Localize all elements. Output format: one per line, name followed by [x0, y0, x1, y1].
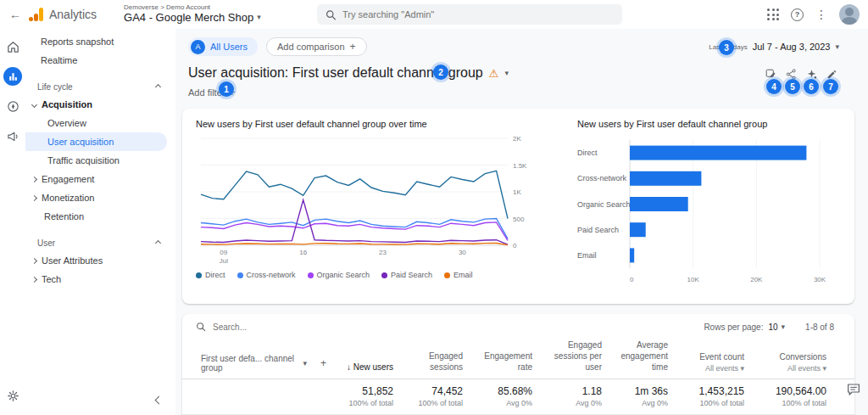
nav-engagement[interactable]: Engagement	[25, 170, 175, 188]
overflow-menu-icon[interactable]: ⋮	[815, 8, 827, 21]
analytics-logo-icon	[29, 7, 44, 22]
table-header-row: First user defa... channel group ▾ + ↓ N…	[182, 339, 854, 379]
app-name: Analytics	[49, 8, 97, 21]
x-tick-label: 23	[379, 249, 387, 256]
totals-value: 190,564.00	[749, 385, 826, 397]
x-tick-label: 30	[459, 249, 466, 256]
audience-icon: A	[191, 40, 205, 54]
date-range-value: Jul 7 - Aug 3, 2023	[753, 42, 831, 52]
nav-user-acquisition[interactable]: User acquisition	[25, 132, 167, 151]
column-header-label: Engagement rate	[468, 351, 532, 373]
data-table-card: Rows per page: 10 ▾ 1-8 of 8 First user …	[182, 314, 854, 415]
column-header-label: Event count	[673, 351, 744, 362]
column-header-event-count[interactable]: Event countAll events ▾	[673, 351, 749, 373]
totals-cell: 1m 36sAvg 0%	[607, 385, 673, 407]
home-icon[interactable]	[3, 37, 22, 56]
warning-icon[interactable]: ⚠	[489, 67, 499, 80]
expand-icon	[31, 257, 37, 263]
help-icon[interactable]: ?	[791, 8, 804, 21]
column-header-conversions[interactable]: ConversionsAll events ▾	[749, 351, 832, 373]
user-avatar[interactable]	[839, 4, 860, 25]
nav-section-life-cycle[interactable]: Life cycle	[25, 78, 175, 95]
search-icon	[326, 9, 336, 20]
y-tick-label: 1.5K	[513, 162, 527, 170]
chevron-down-icon[interactable]: ▾	[504, 69, 509, 77]
x-tick-label: Jul	[220, 257, 228, 265]
annotation-badge-3: 3	[719, 40, 734, 55]
add-secondary-dimension-button[interactable]: +	[320, 357, 326, 369]
column-subfilter[interactable]: All events ▾	[749, 364, 826, 373]
series-line-cross-network	[201, 219, 508, 239]
bar-chart: 010K20K30KDirectCross-networkOrganic Sea…	[577, 132, 832, 290]
nav-monetization[interactable]: Monetization	[25, 188, 175, 207]
chevron-left-icon	[155, 396, 164, 405]
advertising-icon[interactable]	[3, 126, 22, 145]
rows-per-page-select[interactable]: 10 ▾	[768, 322, 785, 332]
line-chart-title: New users by First user default channel …	[196, 119, 552, 132]
y-tick-label: 0	[513, 242, 517, 250]
report-content: A All Users Add comparison + Last 28 day…	[175, 29, 868, 415]
expand-icon	[31, 176, 37, 182]
bar-category-label: Direct	[577, 149, 598, 157]
charts-card: New users by First user default channel …	[182, 109, 854, 304]
expand-icon	[31, 276, 37, 282]
reports-icon[interactable]	[3, 67, 22, 86]
legend-item-paid-search: Paid Search	[381, 271, 432, 279]
totals-cell: 190,564.00100% of total	[749, 385, 832, 407]
nav-section-user[interactable]: User	[25, 234, 175, 251]
nav-tech[interactable]: Tech	[25, 270, 175, 289]
nav-acquisition[interactable]: Acquisition	[25, 95, 175, 114]
chevron-down-icon: ▾	[257, 14, 261, 22]
bar-category-label: Email	[577, 251, 597, 260]
apps-grid-icon[interactable]	[767, 8, 779, 20]
back-button[interactable]: ←	[5, 4, 25, 25]
column-header-engaged-sessions-per-user[interactable]: Engaged sessions per user	[537, 339, 607, 373]
legend-dot	[237, 272, 243, 278]
annotation-badge-1: 1	[219, 81, 234, 97]
bar-cross-network	[630, 171, 701, 186]
column-header-label: ↓ New users	[326, 362, 393, 373]
rows-per-page-label: Rows per page:	[704, 322, 763, 332]
nav-collapse-button[interactable]	[156, 395, 162, 405]
chevron-down-icon: ▾	[835, 42, 839, 51]
table-search-input[interactable]	[213, 322, 365, 332]
table-totals-row: 51,852100% of total74,452100% of total85…	[182, 379, 854, 415]
legend-item-email: Email	[444, 271, 473, 279]
nav-overview[interactable]: Overview	[25, 114, 175, 132]
global-search-input[interactable]	[342, 9, 614, 20]
nav-retention[interactable]: Retention	[25, 207, 175, 226]
x-tick-label: 09	[220, 249, 227, 256]
add-comparison-button[interactable]: Add comparison +	[266, 37, 367, 56]
nav-realtime[interactable]: Realtime	[25, 51, 175, 70]
feedback-button[interactable]	[846, 382, 861, 400]
app-rail	[0, 29, 25, 415]
expanded-icon	[31, 101, 37, 107]
dimension-column-header[interactable]: First user defa... channel group ▾ +	[182, 354, 326, 373]
app-root: ← Analytics Demoverse > Demo Account GA4…	[0, 0, 868, 415]
series-line-organic-search	[201, 222, 508, 240]
column-header-engagement-rate[interactable]: Engagement rate	[468, 351, 537, 373]
nav-traffic-acquisition[interactable]: Traffic acquisition	[25, 151, 175, 170]
column-header-engaged-sessions[interactable]: Engaged sessions	[398, 351, 468, 373]
totals-subtext: 100% of total	[673, 399, 744, 407]
column-subfilter[interactable]: All events ▾	[673, 364, 744, 373]
column-header-average-engagement-time[interactable]: Average engagement time	[607, 339, 673, 373]
annotation-badge-6: 6	[804, 79, 819, 94]
totals-value: 51,852	[326, 385, 393, 397]
column-header-label: Engaged sessions per user	[537, 339, 602, 373]
totals-subtext: Avg 0%	[607, 399, 668, 407]
bar-paid-search	[630, 222, 646, 237]
nav-user-attributes[interactable]: User Attributes	[25, 251, 175, 270]
audience-chip-all-users[interactable]: A All Users	[188, 37, 258, 56]
explore-icon[interactable]	[3, 97, 22, 115]
legend-dot	[381, 272, 387, 278]
collapse-section-icon	[155, 83, 161, 89]
bar-category-label: Organic Search	[577, 200, 631, 209]
admin-gear-icon[interactable]	[3, 386, 22, 405]
account-switcher[interactable]: Demoverse > Demo Account GA4 - Google Me…	[124, 4, 261, 24]
global-search[interactable]	[317, 4, 622, 25]
totals-cell: 85.68%Avg 0%	[468, 385, 537, 407]
column-header-new-users[interactable]: ↓ New users	[326, 362, 398, 373]
nav-reports-snapshot[interactable]: Reports snapshot	[25, 32, 175, 51]
y-tick-label: 2K	[513, 135, 521, 143]
